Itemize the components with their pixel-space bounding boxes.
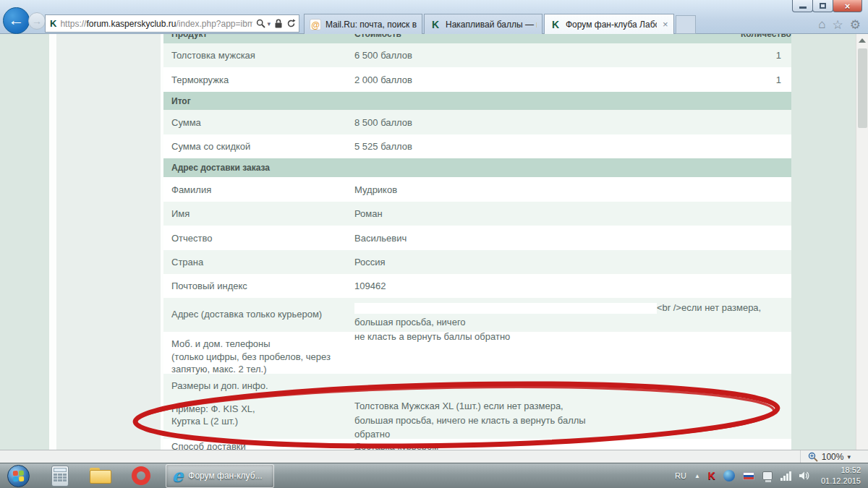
window-controls: ×	[793, 0, 862, 12]
row-label: Фамилия	[163, 184, 354, 195]
tab-bar: @ Mail.Ru: почта, поиск в интер... K Нак…	[304, 14, 696, 34]
tray-time: 18:52	[821, 465, 861, 476]
row-label: Размеры и доп. инфо. Пример: Ф. KIS XL, …	[163, 374, 354, 439]
restore-icon	[820, 3, 826, 9]
row-value: 5 525 баллов	[354, 141, 791, 152]
signal-strength-icon[interactable]	[780, 471, 791, 481]
magnifier-plus-icon	[808, 452, 818, 462]
close-tab-icon[interactable]: ×	[663, 19, 668, 30]
back-arrow-icon: ←	[9, 11, 25, 29]
taskbar-clock[interactable]: 18:52 01.12.2015	[818, 465, 861, 487]
column-cost: Стоимость	[354, 34, 741, 39]
table-row: Фамилия Мудриков	[163, 177, 791, 202]
section-header-totals: Итог	[163, 92, 791, 110]
taskbar-item-opera[interactable]	[130, 465, 152, 487]
row-label: Имя	[163, 208, 354, 219]
restore-button[interactable]	[812, 0, 833, 12]
network-tray-icon[interactable]	[723, 470, 735, 481]
zoom-control[interactable]: 100% ▾	[800, 450, 868, 463]
kaspersky-tray-icon[interactable]: K	[708, 470, 715, 481]
order-table: Продукт Стоимость Количество Толстовка м…	[163, 34, 791, 450]
refresh-icon[interactable]	[286, 19, 296, 28]
tab-title: Форум фан-клуба Лабора...	[566, 20, 657, 30]
url-text: https://forum.kasperskyclub.ru/index.php…	[60, 19, 252, 29]
russian-flag-icon[interactable]	[743, 472, 754, 480]
mailru-favicon-icon: @	[310, 19, 321, 30]
internet-explorer-icon: e	[172, 467, 183, 484]
row-value: 8 500 баллов	[354, 117, 791, 128]
start-button[interactable]	[7, 465, 30, 487]
taskbar-button-label: Форум фан-клуб...	[188, 471, 262, 481]
forward-button[interactable]: →	[28, 12, 46, 30]
product-qty: 1	[741, 74, 791, 85]
gear-icon[interactable]: ⚙	[850, 17, 861, 33]
row-value: <br />если нет размера, большая просьба,…	[354, 298, 791, 332]
table-row-address: Адрес (доставка только курьером) <br />е…	[163, 298, 791, 332]
product-cost: 2 000 баллов	[354, 74, 741, 85]
search-dropdown-icon[interactable]: ▾	[267, 20, 271, 27]
table-row: Отчество Васильевич	[163, 226, 791, 250]
language-indicator[interactable]: RU	[675, 471, 686, 480]
row-value: Роман	[354, 208, 791, 219]
table-header-row: Продукт Стоимость Количество	[163, 34, 791, 43]
row-label: Страна	[163, 257, 354, 267]
row-label: Отчество	[163, 233, 354, 244]
product-name: Толстовка мужская	[163, 50, 354, 61]
home-icon[interactable]: ⌂	[818, 17, 825, 33]
redaction-box	[354, 303, 657, 314]
tab-title: Накапливай баллы — меняй ...	[446, 20, 537, 30]
device-tray-icon[interactable]	[762, 471, 773, 480]
taskbar-item-calculator[interactable]	[49, 465, 71, 487]
favorites-star-icon[interactable]: ☆	[833, 17, 843, 33]
close-icon: ×	[845, 1, 851, 11]
table-row: Почтовый индекс 109462	[163, 274, 791, 298]
table-row: Сумма со скидкой 5 525 баллов	[163, 134, 791, 158]
table-row: Термокружка 2 000 баллов 1	[163, 67, 791, 92]
row-value: Васильевич	[354, 233, 791, 244]
section-header-address: Адрес доставки заказа	[163, 158, 791, 177]
scroll-up-icon[interactable]	[859, 38, 866, 43]
kaspersky-favicon-icon: K	[430, 19, 441, 30]
address-bar[interactable]: K https://forum.kasperskyclub.ru/index.p…	[45, 14, 299, 33]
chrome-action-icons: ⌂ ☆ ⚙	[818, 17, 861, 33]
row-value: Доставка курьером	[354, 439, 791, 450]
table-row-phones: Моб. и дом. телефоны (только цифры, без …	[163, 332, 791, 374]
volume-icon[interactable]	[799, 471, 810, 481]
tab-forum-active[interactable]: K Форум фан-клуба Лабора... ×	[544, 14, 674, 34]
row-label: Способ доставки	[163, 439, 354, 450]
table-row: Сумма 8 500 баллов	[163, 110, 791, 134]
table-row: Страна Россия	[163, 250, 791, 274]
lock-icon	[274, 19, 283, 28]
taskbar-item-explorer[interactable]	[90, 465, 111, 487]
minimize-button[interactable]	[792, 0, 813, 12]
tab-mailru[interactable]: @ Mail.Ru: почта, поиск в интер...	[304, 14, 422, 34]
browser-status-bar: 100% ▾	[0, 450, 868, 463]
table-row-delivery: Способ доставки Доставка курьером	[163, 439, 791, 450]
product-name: Термокружка	[163, 74, 354, 85]
zoom-level: 100%	[822, 452, 844, 462]
row-label: Почтовый индекс	[163, 281, 354, 291]
row-value	[354, 332, 791, 374]
taskbar-item-ie-active[interactable]: e Форум фан-клуб...	[166, 464, 274, 488]
new-tab-button[interactable]	[676, 15, 696, 34]
tab-bonus-points[interactable]: K Накапливай баллы — меняй ...	[424, 14, 542, 34]
minimize-icon	[799, 7, 807, 9]
product-cost: 6 500 баллов	[354, 50, 741, 61]
back-button[interactable]: ←	[3, 7, 30, 34]
page-gutter	[49, 34, 56, 450]
close-button[interactable]: ×	[833, 0, 862, 12]
row-value: Мудриков	[354, 184, 791, 195]
search-icon[interactable]	[256, 19, 265, 28]
opera-icon	[132, 466, 150, 485]
zoom-dropdown-icon[interactable]: ▾	[847, 453, 851, 461]
row-label: Сумма	[163, 117, 354, 128]
folder-icon	[90, 468, 111, 484]
system-tray: RU ▲ K 18:52 01.12.2015	[675, 465, 868, 487]
scrollbar-thumb[interactable]	[858, 48, 867, 128]
table-row: Толстовка мужская 6 500 баллов 1	[163, 43, 791, 67]
row-label: Сумма со скидкой	[163, 141, 354, 152]
vertical-scrollbar[interactable]	[856, 34, 868, 450]
hidden-icons-arrow-icon[interactable]: ▲	[694, 473, 700, 479]
forward-arrow-icon: →	[32, 15, 42, 27]
tray-date: 01.12.2015	[821, 476, 861, 487]
